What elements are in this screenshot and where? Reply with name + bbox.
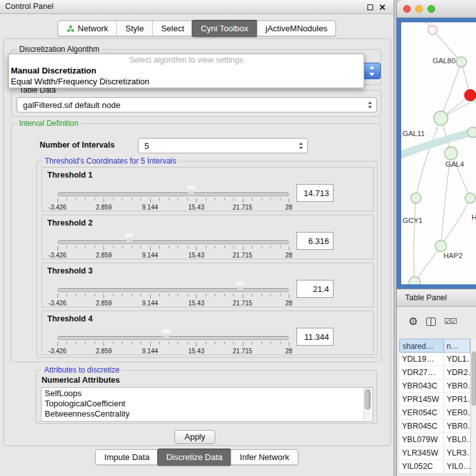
table-cell: YBR045C xyxy=(399,420,444,433)
slider-ticks xyxy=(58,198,289,203)
tick-mark xyxy=(58,294,58,298)
select-columns-checkboxes-icon[interactable]: ☑☑ xyxy=(444,317,457,326)
threshold-3-slider[interactable]: -3.4262.8599.14415.4321.71528 xyxy=(58,280,289,307)
threshold-4-panel: Threshold 4-3.4262.8599.14415.4321.71528 xyxy=(42,311,374,355)
interval-definition-group: Interval Definition Number of Intervals … xyxy=(11,123,381,362)
threshold-4-slider[interactable]: -3.4262.8599.14415.4321.71528 xyxy=(58,328,289,355)
close-icon[interactable]: ✕ xyxy=(379,3,386,12)
network-canvas[interactable]: GAL80 GAL11 GAL4 GCY1 HAP2 H xyxy=(401,22,476,284)
mac-close-button[interactable] xyxy=(403,5,411,13)
tick-mark xyxy=(252,294,252,296)
tick-mark xyxy=(132,246,132,249)
threshold-1-slider[interactable]: -3.4262.8599.14415.4321.71528 xyxy=(58,184,289,211)
tick-mark xyxy=(206,294,206,296)
tick-mark xyxy=(150,294,151,298)
dropdown-option-manual-discretization[interactable]: Manual Discretization xyxy=(9,65,364,76)
tick-mark xyxy=(141,198,141,201)
numerical-attributes-list[interactable]: SelfLoopsTopologicalCoefficientBetweenne… xyxy=(41,387,373,422)
scrollbar-thumb[interactable] xyxy=(365,389,371,410)
table-row[interactable]: YPR145WYPR1… xyxy=(399,393,470,406)
slider-track[interactable] xyxy=(58,288,289,292)
threshold-2-slider[interactable]: -3.4262.8599.14415.4321.71528 xyxy=(58,232,289,259)
slider-tick-labels: -3.4262.8599.14415.4321.71528 xyxy=(58,252,289,259)
network-window-titlebar xyxy=(397,0,476,18)
list-item-selfloops[interactable]: SelfLoops xyxy=(42,388,372,398)
top-tab-bar: NetworkStyleSelectCyni ToolboxjActiveMNo… xyxy=(58,20,337,36)
table-cell: YER054C xyxy=(399,406,444,419)
apply-button[interactable]: Apply xyxy=(174,430,215,444)
tick-label: 2.859 xyxy=(96,204,112,211)
pink-node[interactable] xyxy=(428,26,437,35)
tick-mark xyxy=(270,246,271,249)
mac-zoom-button[interactable] xyxy=(427,5,435,13)
column-header-name[interactable]: n… xyxy=(444,339,470,353)
tick-mark xyxy=(66,198,67,201)
tick-mark xyxy=(113,294,114,296)
tab-select[interactable]: Select xyxy=(152,21,192,36)
float-window-icon[interactable] xyxy=(367,4,373,10)
threshold-4-value-field[interactable] xyxy=(296,328,334,346)
table-row[interactable]: YIL052CYIL0… xyxy=(399,460,470,473)
slider-ticks xyxy=(58,342,289,347)
table-data-combo[interactable]: galFiltered.sif default node xyxy=(17,97,377,112)
table-cell: YDR2… xyxy=(444,366,470,379)
list-item-topologicalcoefficient[interactable]: TopologicalCoefficient xyxy=(42,398,372,408)
tab-network[interactable]: Network xyxy=(58,21,117,36)
slider-track[interactable] xyxy=(58,240,289,244)
threshold-2-label: Threshold 2 xyxy=(47,219,93,227)
number-of-intervals-value: 5 xyxy=(144,141,149,151)
slider-track[interactable] xyxy=(58,192,289,196)
stepper-arrows-icon xyxy=(368,102,372,109)
slider-track[interactable] xyxy=(58,336,289,340)
mac-minimize-button[interactable] xyxy=(415,5,423,13)
table-row[interactable]: YDL19…YDL1… xyxy=(399,353,470,366)
table-vertical-scrollbar[interactable] xyxy=(470,339,476,476)
column-header-shared-name[interactable]: shared… xyxy=(399,339,444,353)
tab-impute-data[interactable]: Impute Data xyxy=(96,450,158,464)
tick-label: 9.144 xyxy=(142,204,158,211)
columns-icon[interactable] xyxy=(426,318,436,326)
tick-mark xyxy=(66,246,67,249)
tick-label: 28 xyxy=(285,252,292,259)
tick-mark xyxy=(169,246,169,249)
attributes-scrollbar[interactable] xyxy=(364,388,371,420)
dropdown-option-equal-width-frequency[interactable]: Equal Width/Frequency Discretization xyxy=(9,76,364,87)
tick-label: 2.859 xyxy=(96,300,112,307)
combo-stepper-icon[interactable] xyxy=(363,63,381,79)
table-row[interactable]: YER054CYER0… xyxy=(399,406,470,420)
list-item-betweennesscentrality[interactable]: BetweennessCentrality xyxy=(42,408,372,418)
node-label-hap2: HAP2 xyxy=(443,252,463,259)
tick-mark xyxy=(159,342,160,344)
tab-jactivemnodules[interactable]: jActiveMNodules xyxy=(257,21,336,36)
tab-label: Infer Network xyxy=(240,452,289,462)
numerical-attributes-label: Numerical Attributes xyxy=(42,376,119,385)
table-row[interactable]: YDR27…YDR2… xyxy=(399,366,470,380)
tick-mark xyxy=(95,294,95,296)
scrollbar-thumb[interactable] xyxy=(472,351,476,406)
window-controls: ✕ xyxy=(367,0,386,14)
tab-discretize-data[interactable]: Discretize Data xyxy=(157,449,231,466)
tick-mark xyxy=(104,294,104,298)
table-row[interactable]: YBR043CYBR0… xyxy=(399,380,470,393)
threshold-4-label: Threshold 4 xyxy=(47,314,93,323)
table-row[interactable]: YLR345WYLR3… xyxy=(399,447,470,460)
tick-label: 15.43 xyxy=(188,252,204,259)
gear-icon[interactable]: ⚙ xyxy=(408,316,418,327)
node-label-gal11: GAL11 xyxy=(403,130,425,137)
tab-style[interactable]: Style xyxy=(116,21,152,36)
tick-label: 21.715 xyxy=(233,300,252,307)
tab-cyni-toolbox[interactable]: Cyni Toolbox xyxy=(192,20,257,37)
tick-mark xyxy=(243,342,243,346)
threshold-1-value-field[interactable] xyxy=(296,184,334,202)
tick-mark xyxy=(252,246,252,249)
threshold-3-value-field[interactable] xyxy=(296,280,334,298)
threshold-2-value-field[interactable] xyxy=(296,232,334,250)
tick-mark xyxy=(113,246,114,249)
selected-red-node[interactable] xyxy=(464,89,476,101)
table-row[interactable]: YBL079WYBL0… xyxy=(399,433,470,447)
tab-infer-network[interactable]: Infer Network xyxy=(231,450,297,464)
thresholds-group-label: Threshold's Coordinates for 5 Intervals xyxy=(42,157,179,165)
table-row[interactable]: YBR045CYBR0… xyxy=(399,420,470,433)
number-of-intervals-combo[interactable]: 5 xyxy=(138,138,308,153)
tick-mark xyxy=(85,294,86,296)
